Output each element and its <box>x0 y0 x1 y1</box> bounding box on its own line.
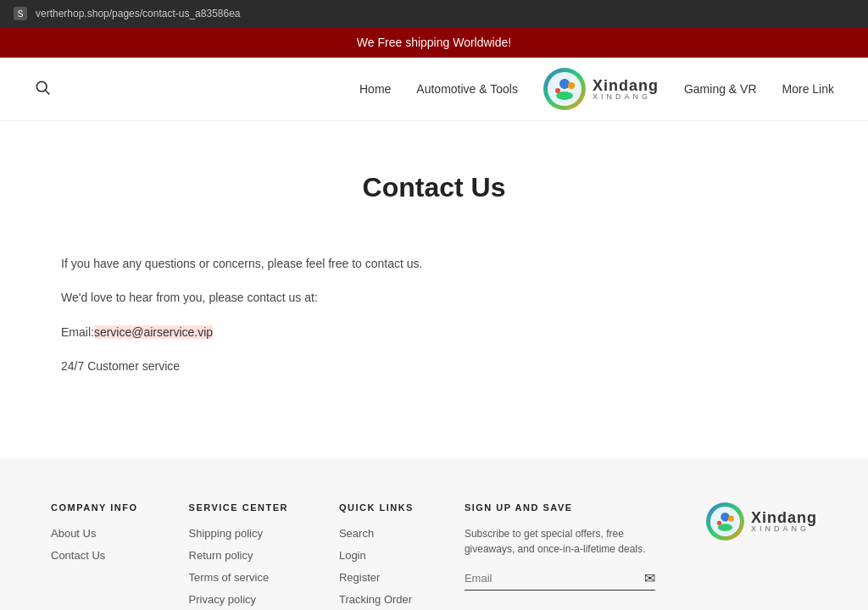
search-button[interactable] <box>34 79 51 100</box>
signup-description: Subscribe to get special offers, free gi… <box>465 526 655 557</box>
company-info-heading: Company Info <box>51 502 138 513</box>
footer-top: Company Info About Us Contact Us Service… <box>51 502 817 610</box>
browser-favicon: S <box>14 7 27 20</box>
email-signup-input[interactable] <box>465 572 644 585</box>
footer-terms[interactable]: Terms of service <box>189 571 270 584</box>
svg-point-11 <box>717 520 721 524</box>
contact-body: If you have any questions or concerns, p… <box>61 254 807 376</box>
announcement-bar: We Free shipping Worldwide! <box>0 27 868 58</box>
footer-contact-us[interactable]: Contact Us <box>51 549 105 562</box>
page-title: Contact Us <box>61 172 807 203</box>
footer-company-info: Company Info About Us Contact Us <box>51 502 138 610</box>
svg-point-3 <box>559 79 570 89</box>
quick-links-list: Search Login Register Tracking Order <box>339 526 414 606</box>
intro-text: If you have any questions or concerns, p… <box>61 254 807 273</box>
footer-logo-image <box>706 502 744 541</box>
email-signup-button[interactable]: ✉ <box>644 570 655 586</box>
browser-bar: S vertherhop.shop/pages/contact-us_a8358… <box>0 0 868 27</box>
email-input-row: ✉ <box>465 570 655 591</box>
announcement-text: We Free shipping Worldwide! <box>357 36 511 49</box>
svg-point-6 <box>555 88 560 93</box>
footer-service-center: Service Center Shipping policy Return po… <box>189 502 288 610</box>
header-search <box>34 79 51 100</box>
svg-point-10 <box>728 515 734 521</box>
email-address[interactable]: service@airservice.vip <box>94 325 213 339</box>
footer-signup: Sign Up And Save Subscribe to get specia… <box>465 502 655 610</box>
nav-automotive[interactable]: Automotive & Tools <box>416 82 518 96</box>
svg-point-0 <box>36 81 47 92</box>
love-line: We'd love to hear from you, please conta… <box>61 288 807 307</box>
svg-line-1 <box>46 90 50 94</box>
signup-heading: Sign Up And Save <box>465 502 655 513</box>
customer-service: 24/7 Customer service <box>61 357 807 375</box>
nav-home[interactable]: Home <box>359 82 391 96</box>
search-icon <box>34 79 51 96</box>
nav-more[interactable]: More Link <box>782 82 834 96</box>
footer-tracking[interactable]: Tracking Order <box>339 593 412 606</box>
svg-point-8 <box>721 513 730 522</box>
service-center-heading: Service Center <box>189 502 288 513</box>
main-nav: Home Automotive & Tools Xindang XINDANG … <box>359 68 834 110</box>
company-info-list: About Us Contact Us <box>51 526 138 562</box>
footer-logo: Xindang XINDANG <box>706 502 817 541</box>
logo-sub: XINDANG <box>593 93 659 101</box>
footer-shipping[interactable]: Shipping policy <box>189 527 263 540</box>
footer-return[interactable]: Return policy <box>189 549 253 562</box>
footer-register[interactable]: Register <box>339 571 380 584</box>
email-label: Email: <box>61 325 94 339</box>
nav-gaming[interactable]: Gaming & VR <box>684 82 757 96</box>
header: Home Automotive & Tools Xindang XINDANG … <box>0 58 868 121</box>
logo-link[interactable]: Xindang XINDANG <box>543 68 659 110</box>
footer-logo-name: Xindang <box>751 510 817 525</box>
logo-image <box>543 68 586 110</box>
footer-logo-text: Xindang XINDANG <box>751 510 817 533</box>
logo-name: Xindang <box>593 78 659 93</box>
email-line: Email:service@airservice.vip <box>61 323 807 341</box>
email-submit-icon: ✉ <box>644 571 655 585</box>
browser-url: vertherhop.shop/pages/contact-us_a83586e… <box>36 8 241 19</box>
footer-logo-area: Xindang XINDANG <box>706 502 817 610</box>
footer-search[interactable]: Search <box>339 527 374 540</box>
footer-privacy[interactable]: Privacy policy <box>189 593 256 606</box>
service-center-list: Shipping policy Return policy Terms of s… <box>189 526 288 606</box>
footer-about-us[interactable]: About Us <box>51 527 96 540</box>
svg-point-5 <box>568 82 575 89</box>
logo-text: Xindang XINDANG <box>593 78 659 101</box>
main-content: Contact Us If you have any questions or … <box>27 121 841 459</box>
footer-quick-links: Quick Links Search Login Register Tracki… <box>339 502 414 610</box>
footer: Company Info About Us Contact Us Service… <box>0 459 868 610</box>
footer-logo-sub: XINDANG <box>751 525 817 533</box>
footer-login[interactable]: Login <box>339 549 366 562</box>
quick-links-heading: Quick Links <box>339 502 414 513</box>
